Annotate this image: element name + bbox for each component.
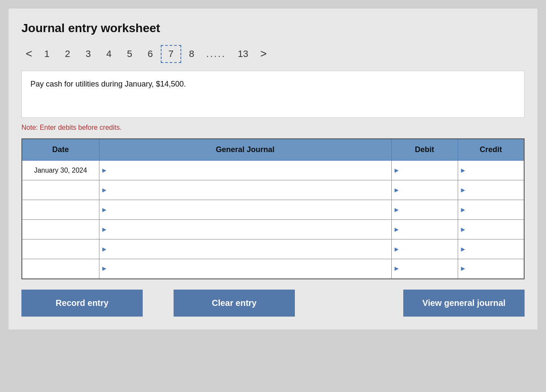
debit-input-6[interactable] [392,259,458,278]
col-header-credit: Credit [458,139,524,161]
pagination-item-3[interactable]: 3 [78,45,99,63]
description-text: Pay cash for utilities during January, $… [30,80,186,88]
date-cell-4 [22,220,99,239]
journal-cell-2[interactable]: ► [99,180,391,200]
pagination: < 1 2 3 4 5 6 7 8 ..... 13 > [21,44,525,64]
pagination-item-6[interactable]: 6 [140,45,160,63]
pagination-item-1[interactable]: 1 [36,45,57,63]
journal-input-1[interactable] [99,161,391,180]
journal-input-4[interactable] [99,220,391,239]
journal-cell-1[interactable]: ► [99,161,391,180]
debit-cell-1[interactable]: ► [391,161,458,180]
credit-input-1[interactable] [458,161,524,180]
journal-cell-4[interactable]: ► [99,220,391,239]
arrow-icon-1: ► [101,167,108,174]
buttons-row: Record entry Clear entry View general jo… [21,290,525,317]
clear-entry-button[interactable]: Clear entry [174,290,295,317]
debit-input-4[interactable] [392,220,458,239]
debit-arrow-icon-2: ► [393,186,400,194]
pagination-item-5[interactable]: 5 [119,45,140,63]
debit-arrow-icon-4: ► [393,226,400,233]
debit-cell-4[interactable]: ► [391,220,458,239]
debit-arrow-icon-3: ► [393,206,400,214]
arrow-icon-2: ► [101,186,108,194]
pagination-prev[interactable]: < [21,44,36,64]
page-title: Journal entry worksheet [21,21,525,35]
credit-arrow-icon-3: ► [460,206,467,214]
table-row: ► ► ► [22,259,524,279]
journal-cell-5[interactable]: ► [99,239,391,259]
date-cell-2 [22,180,99,200]
debit-input-5[interactable] [392,239,458,259]
journal-cell-3[interactable]: ► [99,200,391,220]
date-cell-5 [22,239,99,259]
journal-input-6[interactable] [99,259,391,278]
arrow-icon-4: ► [101,226,108,233]
arrow-icon-5: ► [101,245,108,253]
date-cell-3 [22,200,99,220]
journal-table: Date General Journal Debit Credit Januar… [21,138,525,279]
credit-arrow-icon-5: ► [460,245,467,253]
date-cell-1: January 30, 2024 [22,161,99,180]
table-row: ► ► ► [22,239,524,259]
note-text: Note: Enter debits before credits. [21,124,525,132]
record-entry-button[interactable]: Record entry [21,290,143,317]
credit-arrow-icon-4: ► [460,226,467,233]
date-cell-6 [22,259,99,279]
credit-cell-6[interactable]: ► [458,259,524,279]
debit-arrow-icon-6: ► [393,265,400,272]
debit-input-2[interactable] [392,180,458,200]
credit-cell-3[interactable]: ► [458,200,524,220]
credit-cell-4[interactable]: ► [458,220,524,239]
col-header-debit: Debit [391,139,458,161]
debit-cell-3[interactable]: ► [391,200,458,220]
journal-cell-6[interactable]: ► [99,259,391,279]
debit-cell-5[interactable]: ► [391,239,458,259]
debit-arrow-icon-1: ► [393,167,400,174]
description-box: Pay cash for utilities during January, $… [21,71,525,118]
credit-arrow-icon-6: ► [460,265,467,272]
arrow-icon-3: ► [101,206,108,214]
credit-cell-1[interactable]: ► [458,161,524,180]
credit-input-3[interactable] [458,200,524,219]
pagination-next[interactable]: > [256,44,271,64]
pagination-item-4[interactable]: 4 [99,45,119,63]
credit-cell-5[interactable]: ► [458,239,524,259]
debit-arrow-icon-5: ► [393,245,400,253]
debit-cell-6[interactable]: ► [391,259,458,279]
table-row: ► ► ► [22,180,524,200]
credit-arrow-icon-1: ► [460,167,467,174]
view-general-journal-button[interactable]: View general journal [403,290,525,317]
debit-input-1[interactable] [392,161,458,180]
journal-input-2[interactable] [99,180,391,200]
credit-input-6[interactable] [458,259,524,278]
debit-cell-2[interactable]: ► [391,180,458,200]
pagination-item-13[interactable]: 13 [230,45,256,63]
credit-arrow-icon-2: ► [460,186,467,194]
table-row: ► ► ► [22,200,524,220]
credit-input-5[interactable] [458,239,524,259]
journal-input-5[interactable] [99,239,391,259]
table-row: ► ► ► [22,220,524,239]
journal-input-3[interactable] [99,200,391,219]
col-header-journal: General Journal [99,139,391,161]
credit-input-4[interactable] [458,220,524,239]
pagination-item-2[interactable]: 2 [57,45,78,63]
col-header-date: Date [22,139,99,161]
pagination-item-8[interactable]: 8 [181,45,202,63]
table-row: January 30, 2024 ► ► ► [22,161,524,180]
main-container: Journal entry worksheet < 1 2 3 4 5 6 7 … [9,9,537,329]
credit-input-2[interactable] [458,180,524,200]
pagination-item-7[interactable]: 7 [161,45,181,63]
pagination-dots: ..... [202,45,230,63]
credit-cell-2[interactable]: ► [458,180,524,200]
debit-input-3[interactable] [392,200,458,219]
date-value-1: January 30, 2024 [34,167,87,174]
arrow-icon-6: ► [101,265,108,272]
